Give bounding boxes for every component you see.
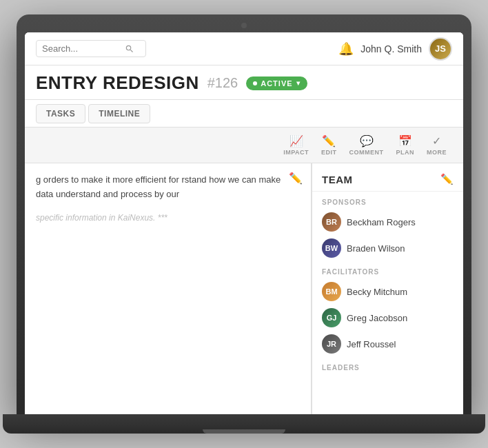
- team-header: TEAM ✏️: [312, 163, 463, 192]
- description-italic-note: specific information in KaiNexus. ***: [36, 213, 300, 223]
- plan-label: PLAN: [396, 149, 415, 156]
- notification-bell-icon[interactable]: 🔔: [338, 41, 354, 57]
- description-text: g orders to make it more efficient for r…: [36, 173, 300, 202]
- member-name: Jeff Roussel: [347, 339, 396, 349]
- toolbar-more[interactable]: ✓ MORE: [421, 132, 452, 159]
- laptop-camera: [241, 23, 247, 28]
- search-wrapper[interactable]: [36, 40, 146, 57]
- user-area: 🔔 John Q. Smith JS: [338, 37, 452, 61]
- list-item: BR Beckham Rogers: [312, 209, 463, 235]
- plan-icon: 📅: [398, 134, 412, 147]
- member-name: Braden Wilson: [347, 243, 405, 254]
- edit-icon: ✏️: [322, 134, 336, 147]
- avatar: JR: [322, 334, 341, 354]
- toolbar-edit[interactable]: ✏️ EDIT: [316, 132, 343, 159]
- status-label: ACTIVE: [261, 79, 292, 88]
- list-item: GJ Greg Jacobson: [312, 305, 463, 331]
- list-item: JR Jeff Roussel: [312, 331, 463, 357]
- laptop-frame: 🔔 John Q. Smith JS ENTRY REDESIGN #126 A…: [17, 14, 471, 414]
- left-panel: ✏️ g orders to make it more efficient fo…: [25, 163, 312, 414]
- toolbar-comment[interactable]: 💬 COMMENT: [344, 132, 389, 159]
- leaders-label: LEADERS: [312, 357, 463, 374]
- project-title: ENTRY REDESIGN: [36, 72, 199, 94]
- avatar: BM: [322, 282, 341, 301]
- team-panel: TEAM ✏️ SPONSORS BR Beckham Rogers BW Br…: [312, 163, 463, 414]
- toolbar-impact[interactable]: 📈 IMPACT: [278, 132, 314, 159]
- main-content: ✏️ g orders to make it more efficient fo…: [25, 163, 463, 414]
- team-edit-icon[interactable]: ✏️: [440, 173, 454, 185]
- member-name: Greg Jacobson: [347, 313, 407, 323]
- avatar: BW: [322, 238, 341, 258]
- impact-label: IMPACT: [283, 149, 309, 156]
- tab-tasks[interactable]: TASKS: [36, 104, 85, 123]
- status-badge[interactable]: ACTIVE ▾: [246, 77, 307, 90]
- avatar: BR: [322, 212, 341, 232]
- project-number: #126: [207, 75, 238, 91]
- laptop-screen: 🔔 John Q. Smith JS ENTRY REDESIGN #126 A…: [25, 32, 463, 414]
- comment-label: COMMENT: [349, 149, 384, 156]
- app-container: 🔔 John Q. Smith JS ENTRY REDESIGN #126 A…: [25, 32, 463, 414]
- member-name: Becky Mitchum: [347, 287, 407, 297]
- facilitators-label: FACILITATORS: [312, 261, 463, 278]
- list-item: BM Becky Mitchum: [312, 278, 463, 305]
- team-title: TEAM: [322, 174, 353, 185]
- tab-timeline[interactable]: TIMELINE: [88, 104, 150, 123]
- member-name: Beckham Rogers: [347, 217, 416, 227]
- user-name-label: John Q. Smith: [360, 43, 422, 54]
- edit-label: EDIT: [321, 149, 337, 156]
- search-icon: [125, 44, 134, 54]
- more-label: MORE: [427, 149, 447, 156]
- sponsors-label: SPONSORS: [312, 192, 463, 209]
- tabs-bar: TASKS TIMELINE: [25, 100, 463, 128]
- list-item: BW Braden Wilson: [312, 235, 463, 261]
- toolbar-plan[interactable]: 📅 PLAN: [391, 132, 420, 159]
- search-input[interactable]: [42, 43, 125, 54]
- topbar: 🔔 John Q. Smith JS: [25, 32, 463, 65]
- status-dot: [253, 81, 257, 85]
- titlebar: ENTRY REDESIGN #126 ACTIVE ▾: [25, 65, 463, 100]
- avatar[interactable]: JS: [429, 37, 452, 61]
- chevron-down-icon: ▾: [296, 79, 301, 87]
- action-toolbar: 📈 IMPACT ✏️ EDIT 💬 COMMENT 📅 PLAN: [25, 128, 463, 163]
- laptop-base: [3, 414, 485, 434]
- edit-pencil-icon[interactable]: ✏️: [289, 172, 303, 185]
- impact-icon: 📈: [289, 134, 303, 147]
- avatar: GJ: [322, 308, 341, 327]
- more-icon: ✓: [432, 134, 441, 147]
- comment-icon: 💬: [360, 134, 374, 147]
